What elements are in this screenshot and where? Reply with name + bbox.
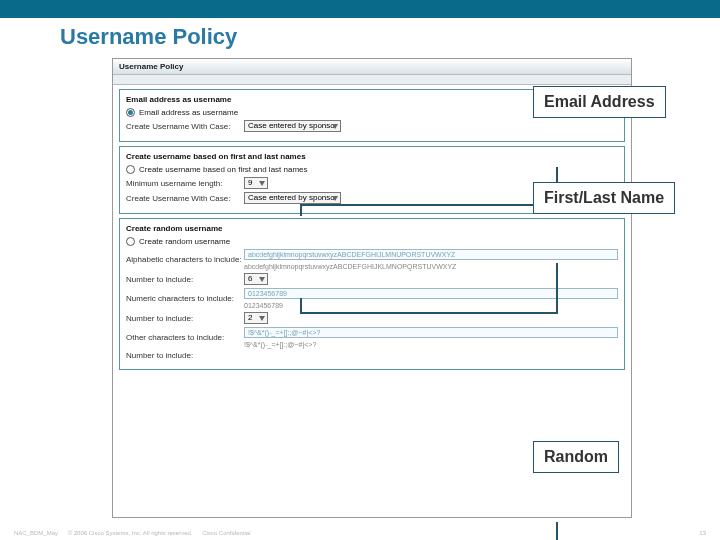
- radio-icon: [126, 165, 135, 174]
- brand-topbar: [0, 0, 720, 18]
- slide-footer: NAC_BDM_May © 2006 Cisco Systems, Inc. A…: [0, 530, 720, 536]
- min-len-select[interactable]: 9: [244, 177, 268, 189]
- other-sample: !$^&*()-_=+[]:;@~#|<>?: [244, 341, 618, 348]
- footer-confidential: Cisco Confidential: [202, 530, 250, 536]
- other-include-label: Other characters to include:: [126, 333, 244, 342]
- window-toolbar: [113, 75, 631, 85]
- min-len-value: 9: [248, 178, 252, 188]
- window-body: Email address as username Email address …: [113, 85, 631, 374]
- email-radio-label: Email address as username: [139, 108, 238, 117]
- first-last-radio-row[interactable]: Create username based on first and last …: [126, 165, 618, 174]
- section-random: Create random username Create random use…: [119, 218, 625, 370]
- first-last-case-select[interactable]: Case entered by sponsor: [244, 192, 341, 204]
- alpha-count-value: 6: [248, 274, 252, 284]
- num-count-value: 2: [248, 313, 252, 323]
- radio-icon: [126, 237, 135, 246]
- email-case-select[interactable]: Case entered by sponsor: [244, 120, 341, 132]
- radio-icon: [126, 108, 135, 117]
- slide-title: Username Policy: [0, 18, 720, 54]
- first-last-case-label: Create Username With Case:: [126, 194, 244, 203]
- alpha-include-label: Alphabetic characters to include:: [126, 255, 244, 264]
- footer-doc-id: NAC_BDM_May: [14, 530, 58, 536]
- num-include-label: Numeric characters to include:: [126, 294, 244, 303]
- random-heading: Create random username: [126, 224, 618, 233]
- first-last-case-value: Case entered by sponsor: [248, 193, 337, 203]
- alpha-preview-box: abcdefghijklmnopqrstuvwxyzABCDEFGHIJLMNU…: [244, 249, 618, 260]
- num-count-label: Number to include:: [126, 314, 244, 323]
- window-titlebar: Username Policy: [113, 59, 631, 75]
- min-len-label: Minimum username length:: [126, 179, 244, 188]
- other-count-label: Number to include:: [126, 351, 244, 360]
- alpha-count-select[interactable]: 6: [244, 273, 268, 285]
- other-preview-box: !$^&*()-_=+[]:;@~#|<>?: [244, 327, 618, 338]
- alpha-sample: abcdefghijklmnopqrstuvwxyzABCDEFGHIJKLMN…: [244, 263, 618, 270]
- first-last-radio-label: Create username based on first and last …: [139, 165, 308, 174]
- footer-page-number: 13: [699, 530, 706, 536]
- footer-copyright: © 2006 Cisco Systems, Inc. All rights re…: [68, 530, 193, 536]
- callout-email: Email Address: [533, 86, 666, 118]
- email-case-value: Case entered by sponsor: [248, 121, 337, 131]
- callout-first-last: First/Last Name: [533, 182, 675, 214]
- random-radio-row[interactable]: Create random username: [126, 237, 618, 246]
- first-last-heading: Create username based on first and last …: [126, 152, 618, 161]
- alpha-count-label: Number to include:: [126, 275, 244, 284]
- callout-random: Random: [533, 441, 619, 473]
- random-radio-label: Create random username: [139, 237, 230, 246]
- num-count-select[interactable]: 2: [244, 312, 268, 324]
- email-case-label: Create Username With Case:: [126, 122, 244, 131]
